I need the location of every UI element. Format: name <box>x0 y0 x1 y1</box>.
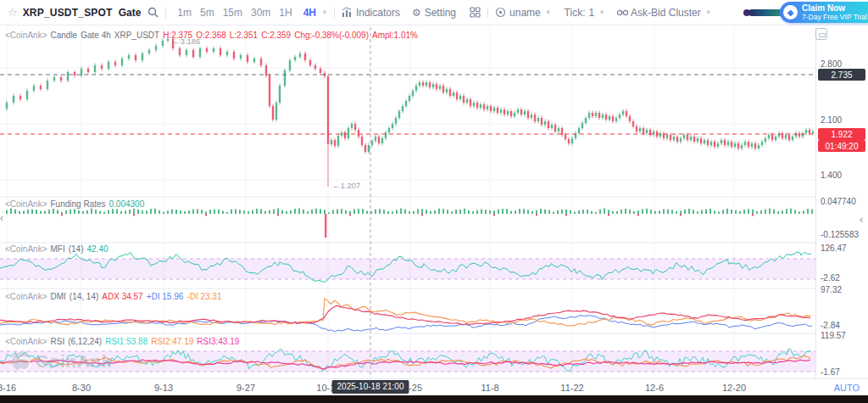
trading-app: ☆ XRP_USDT_SPOT Gate 1m5m15m30m1H 4H ∨ I… <box>0 0 868 403</box>
uname-icon <box>495 7 506 18</box>
chart-area[interactable]: ←3.186←1.207 <CoinAnk>CandleGate 4hXRP_U… <box>0 26 815 378</box>
axis-label: -1.67 <box>821 367 840 377</box>
timeframe-5m[interactable]: 5m <box>200 7 214 19</box>
claim-title: Claim Now <box>802 3 867 13</box>
vip-badge-icon: ◆ <box>783 5 798 20</box>
chevron-down-icon: ∨ <box>599 9 604 15</box>
price-badge: 01:49:20 <box>818 140 865 152</box>
axis-label: 97.32 <box>821 285 842 294</box>
right-collapse-chevron[interactable]: ‹ <box>860 214 863 226</box>
indicators-icon <box>342 7 353 18</box>
setting-button[interactable]: ⚙ Setting <box>412 7 456 19</box>
exchange-name[interactable]: Gate <box>119 7 142 19</box>
auto-scale-button[interactable]: AUTO <box>834 383 860 393</box>
favorite-star-icon[interactable]: ☆ <box>8 6 18 19</box>
time-tick: 9-27 <box>236 383 255 393</box>
axis-label: 2.800 <box>821 59 842 69</box>
divider <box>334 7 335 19</box>
askbid-cluster-dropdown[interactable]: Ask-Bid Cluster ∨ <box>616 7 711 19</box>
layout-grid-button[interactable] <box>470 7 481 18</box>
timeframe-1m[interactable]: 1m <box>177 7 192 19</box>
axis-label: 1.400 <box>821 171 842 180</box>
axis-label: -2.62 <box>821 273 840 283</box>
time-tick: 12-6 <box>645 383 664 393</box>
symbol-name[interactable]: XRP_USDT_SPOT <box>23 7 113 19</box>
axis-label: 2.100 <box>821 115 842 125</box>
time-axis[interactable]: AUTO 8-168-309-139-2710-1110-2511-811-22… <box>0 378 868 395</box>
chevron-down-icon: ∨ <box>546 9 551 15</box>
divider <box>165 7 166 19</box>
time-tick: 11-22 <box>560 383 583 393</box>
gear-icon: ⚙ <box>412 7 421 19</box>
right-price-axis[interactable]: 2.8002.7352.1001.92201:49:201.4000.04774… <box>815 26 868 378</box>
tick-value: 1 <box>589 7 595 19</box>
uname-label: uname <box>509 7 541 19</box>
timeframe-4h[interactable]: 4H <box>303 7 316 19</box>
chevron-down-icon[interactable]: ∨ <box>322 9 327 15</box>
ask-bid-glasses-icon <box>616 7 627 18</box>
bottom-dark-bar <box>0 395 868 403</box>
time-tick: 8-16 <box>0 383 16 393</box>
price-badge: 2.735 <box>818 69 865 81</box>
claim-vip-button[interactable]: ◆ Claim Now 7-Day Free VIP Trial <box>780 2 868 23</box>
axis-label: -2.84 <box>821 321 840 330</box>
timeframe-group: 1m5m15m30m1H <box>173 7 296 19</box>
time-tick: 9-13 <box>154 383 173 393</box>
tick-dropdown[interactable]: Tick: 1 ∨ <box>565 7 604 19</box>
top-toolbar: ☆ XRP_USDT_SPOT Gate 1m5m15m30m1H 4H ∨ I… <box>0 0 868 25</box>
axis-label: -0.125583 <box>821 230 859 239</box>
axis-label: 126.47 <box>821 243 847 253</box>
setting-label: Setting <box>425 7 456 19</box>
tick-label: Tick: <box>565 7 586 19</box>
chevron-down-icon: ∨ <box>706 9 711 15</box>
time-tick: 8-30 <box>72 383 91 393</box>
left-collapse-chevron[interactable]: ‹ <box>0 212 3 224</box>
price-badge: 1.922 <box>818 128 865 140</box>
chart-snapshot-icon[interactable] <box>815 28 827 40</box>
timeframe-1h[interactable]: 1H <box>279 7 292 19</box>
search-icon[interactable] <box>147 7 159 18</box>
indicators-button[interactable]: Indicators <box>342 7 400 19</box>
main-chart-canvas[interactable]: ←3.186←1.207 <box>0 26 815 378</box>
claim-subtitle: 7-Day Free VIP Trial <box>802 13 867 22</box>
price-annotation: ←1.207 <box>332 181 360 190</box>
uname-dropdown[interactable]: uname ∨ <box>495 7 551 19</box>
askbid-label: Ask-Bid Cluster <box>631 7 701 19</box>
axis-label: 119.57 <box>821 331 846 340</box>
price-annotation: ←3.186 <box>172 36 200 46</box>
time-tick: 11-8 <box>481 383 498 393</box>
timeframe-15m[interactable]: 15m <box>223 7 242 19</box>
crosshair-time-badge: 2025-10-18 21:00 <box>332 380 409 394</box>
timeframe-30m[interactable]: 30m <box>251 7 270 19</box>
divider <box>487 7 488 19</box>
axis-label: 0.047740 <box>821 197 856 206</box>
time-tick: 12-20 <box>722 383 746 393</box>
layout-grid-icon <box>470 7 481 18</box>
indicators-label: Indicators <box>356 7 400 19</box>
